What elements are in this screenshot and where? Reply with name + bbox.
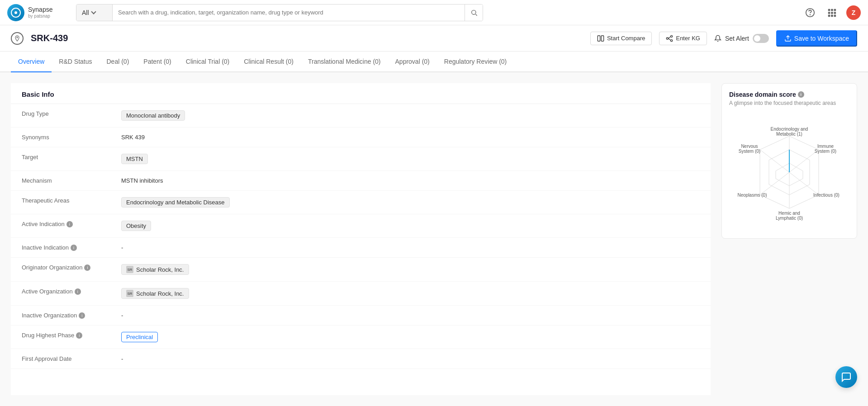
logo-patsnap: by patsnap (28, 14, 52, 19)
svg-line-1 (475, 14, 477, 15)
radar-label-endocrinology: Endocrinology and (771, 127, 808, 132)
info-row-inactive-indication: Inactive Indication i - (11, 238, 711, 258)
help-icon (805, 8, 815, 18)
tag-endocrinology[interactable]: Endocrinology and Metabolic Disease (121, 197, 230, 208)
svg-point-17 (671, 35, 673, 37)
save-to-workspace-button[interactable]: Save to Workspace (776, 30, 857, 47)
svg-point-3 (810, 14, 811, 15)
svg-rect-14 (598, 36, 600, 41)
tab-patent[interactable]: Patent (0) (136, 52, 178, 72)
nav-right: Z (803, 5, 861, 20)
org-tag-scholar-rock-originator[interactable]: SR Scholar Rock, Inc. (121, 264, 189, 275)
radar-label-neoplasms: Neoplasms (0) (737, 193, 767, 198)
tab-deal[interactable]: Deal (0) (100, 52, 137, 72)
value-drug-type: Monoclonal antibody (121, 110, 700, 121)
label-active-indication: Active Indication i (22, 221, 121, 227)
info-row-first-approval: First Approval Date - (11, 349, 711, 369)
value-inactive-org: - (121, 312, 700, 319)
enter-kg-button[interactable]: Enter KG (659, 32, 707, 45)
inactive-indication-info-icon[interactable]: i (71, 245, 77, 251)
tab-translational-medicine[interactable]: Translational Medicine (0) (301, 52, 388, 72)
org-logo-active: SR (126, 290, 133, 297)
originator-org-info-icon[interactable]: i (84, 264, 90, 271)
info-row-active-org: Active Organization i SR Scholar Rock, I… (11, 282, 711, 306)
label-drug-highest-phase: Drug Highest Phase i (22, 332, 121, 339)
compare-icon (597, 35, 604, 42)
tag-obesity[interactable]: Obesity (121, 221, 151, 231)
search-button[interactable] (465, 5, 483, 21)
label-target: Target (22, 154, 121, 161)
info-table: Drug Type Monoclonal antibody Synonyms S… (11, 104, 711, 369)
score-title-text: Disease domain score (729, 91, 796, 98)
drug-phase-info-icon[interactable]: i (76, 332, 82, 339)
logo-synapse: Synapse (28, 6, 52, 13)
active-indication-info-icon[interactable]: i (66, 221, 73, 227)
chevron-down-icon (91, 9, 96, 14)
radar-label-hemic2: Lymphatic (0) (776, 216, 803, 221)
active-org-info-icon[interactable]: i (75, 288, 81, 295)
drug-actions: Start Compare Enter KG Set Alert (590, 30, 857, 47)
label-synonyms: Synonyms (22, 134, 121, 141)
apps-button[interactable] (825, 5, 839, 20)
svg-rect-8 (831, 12, 833, 14)
search-bar: All (76, 4, 483, 21)
set-alert-container: Set Alert (714, 34, 769, 43)
chatbot-button[interactable] (835, 366, 857, 388)
radar-label-infectious: Infectious (0) (813, 193, 840, 198)
set-alert-label: Set Alert (725, 35, 749, 42)
apps-icon (827, 8, 837, 18)
label-drug-type: Drug Type (22, 110, 121, 117)
tab-clinical-trial[interactable]: Clinical Trial (0) (179, 52, 237, 72)
tag-mstn[interactable]: MSTN (121, 154, 148, 164)
info-row-drug-type: Drug Type Monoclonal antibody (11, 104, 711, 127)
radar-label-immune2: System (0) (815, 149, 836, 154)
logo: Synapse by patsnap (7, 4, 71, 21)
value-inactive-indication: - (121, 244, 700, 251)
svg-rect-11 (831, 14, 833, 17)
svg-line-20 (669, 38, 671, 40)
svg-rect-5 (831, 9, 833, 11)
search-filter-label: All (82, 9, 89, 16)
tab-clinical-result[interactable]: Clinical Result (0) (237, 52, 301, 72)
info-row-active-indication: Active Indication i Obesity (11, 214, 711, 238)
label-inactive-indication: Inactive Indication i (22, 244, 121, 251)
search-input[interactable] (113, 5, 465, 21)
radar-label-nervous: Nervous (741, 144, 758, 149)
value-target: MSTN (121, 154, 700, 164)
basic-info-section: Basic Info Drug Type Monoclonal antibody… (11, 83, 711, 395)
tab-regulatory-review[interactable]: Regulatory Review (0) (437, 52, 514, 72)
label-therapeutic-areas: Therapeutic Areas (22, 197, 121, 204)
svg-rect-4 (828, 9, 830, 11)
drug-title: SRK-439 (31, 33, 68, 43)
info-row-synonyms: Synonyms SRK 439 (11, 127, 711, 147)
tag-preclinical[interactable]: Preclinical (121, 332, 158, 342)
start-compare-label: Start Compare (607, 35, 645, 42)
info-row-inactive-org: Inactive Organization i - (11, 306, 711, 326)
disease-domain-info-icon[interactable]: i (798, 91, 804, 98)
tag-monoclonal-antibody[interactable]: Monoclonal antibody (121, 110, 185, 121)
svg-rect-7 (828, 12, 830, 14)
set-alert-toggle[interactable] (753, 34, 769, 43)
label-active-org: Active Organization i (22, 288, 121, 295)
value-therapeutic-areas: Endocrinology and Metabolic Disease (121, 197, 700, 208)
tab-approval[interactable]: Approval (0) (388, 52, 437, 72)
radar-label-immune: Immune (817, 144, 834, 149)
svg-point-0 (471, 10, 475, 14)
navbar: Synapse by patsnap All (0, 0, 868, 25)
tab-overview[interactable]: Overview (11, 52, 52, 72)
tab-rd-status[interactable]: R&D Status (52, 52, 99, 72)
svg-line-19 (669, 37, 671, 38)
search-filter-dropdown[interactable]: All (76, 5, 113, 21)
user-avatar[interactable]: Z (846, 5, 861, 20)
section-title: Basic Info (11, 83, 711, 104)
workspace-icon (784, 35, 792, 42)
enter-kg-label: Enter KG (676, 35, 700, 42)
drug-header: SRK-439 Start Compare Enter KG Set Alert (0, 25, 868, 52)
inactive-org-info-icon[interactable]: i (79, 312, 85, 319)
value-active-org: SR Scholar Rock, Inc. (121, 288, 700, 299)
start-compare-button[interactable]: Start Compare (590, 32, 652, 45)
org-tag-scholar-rock-active[interactable]: SR Scholar Rock, Inc. (121, 288, 189, 299)
label-first-approval: First Approval Date (22, 355, 121, 362)
help-button[interactable] (803, 5, 817, 20)
svg-line-30 (760, 150, 789, 172)
